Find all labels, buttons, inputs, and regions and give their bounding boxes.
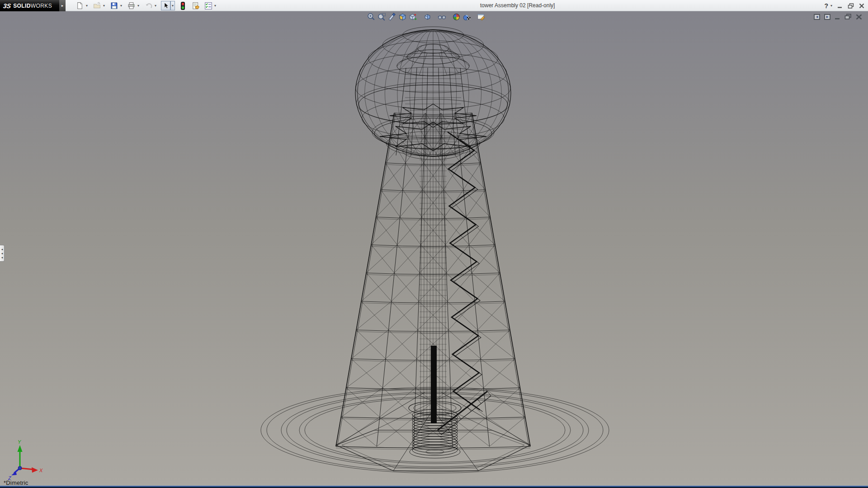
close-icon bbox=[859, 3, 864, 9]
apply-scene-button[interactable] bbox=[462, 12, 472, 22]
zoom-to-area-icon bbox=[377, 13, 386, 21]
rebuild-button[interactable] bbox=[178, 1, 188, 10]
select-cursor-icon bbox=[162, 2, 170, 9]
doc-restore-button[interactable] bbox=[844, 14, 852, 20]
edit-appearance-icon bbox=[452, 13, 461, 21]
view-settings-button[interactable] bbox=[476, 12, 486, 22]
previous-window-button[interactable]: ◀ bbox=[814, 14, 820, 20]
options-icon bbox=[204, 2, 212, 10]
file-properties-button[interactable] bbox=[191, 1, 200, 10]
options-dropdown[interactable]: ▾ bbox=[213, 1, 217, 10]
view-orientation-button[interactable] bbox=[397, 12, 408, 22]
doc-minimize-button[interactable] bbox=[835, 14, 840, 20]
help-dropdown[interactable]: ▾ bbox=[830, 4, 832, 8]
collapse-arrow-icon: ◂ bbox=[1, 255, 3, 259]
display-style-button[interactable] bbox=[422, 12, 433, 22]
brand-name-works: WORKS bbox=[31, 3, 52, 9]
model-wireframe-tower bbox=[0, 11, 868, 488]
undo-button[interactable] bbox=[144, 1, 153, 10]
collapse-arrow-icon: ◂ bbox=[1, 251, 3, 255]
window-title: tower Assembly 02 [Read-only] bbox=[480, 0, 555, 11]
next-window-button[interactable]: ▶ bbox=[824, 14, 830, 20]
file-properties-icon bbox=[192, 2, 200, 10]
hide-show-items-glasses-icon bbox=[438, 13, 446, 21]
new-document-dropdown[interactable]: ▾ bbox=[85, 1, 89, 10]
edit-appearance-button[interactable] bbox=[451, 12, 462, 22]
options-button[interactable] bbox=[203, 1, 213, 10]
feature-panel-collapse-tab[interactable]: ◂ ◂ ◂ bbox=[0, 245, 5, 262]
orientation-triad: Y X Z bbox=[7, 439, 45, 481]
collapse-arrow-icon: ◂ bbox=[1, 247, 3, 251]
section-view-button[interactable] bbox=[387, 12, 397, 22]
undo-dropdown[interactable]: ▾ bbox=[153, 1, 158, 10]
close-button[interactable] bbox=[859, 3, 864, 9]
minimize-icon bbox=[837, 3, 843, 9]
triad-x-label: X bbox=[39, 468, 43, 473]
zoom-to-fit-button[interactable] bbox=[366, 12, 377, 22]
taskbar-edge bbox=[0, 486, 868, 488]
print-button[interactable] bbox=[127, 1, 136, 10]
open-button[interactable] bbox=[92, 1, 102, 10]
new-document-icon bbox=[76, 2, 84, 9]
print-icon bbox=[127, 2, 135, 9]
document-window-controls: ◀ ▶ bbox=[814, 14, 862, 20]
title-bar: 3S SOLIDWORKS ▸ ▾ ▾ ▾ bbox=[0, 0, 868, 11]
triad-y-label: Y bbox=[18, 439, 21, 445]
standard-views-icon bbox=[409, 13, 417, 21]
save-icon bbox=[110, 2, 118, 9]
doc-close-button[interactable] bbox=[856, 14, 862, 20]
apply-scene-icon bbox=[462, 13, 471, 21]
zoom-to-fit-icon bbox=[367, 13, 376, 21]
solidworks-logo: 3S SOLIDWORKS bbox=[0, 0, 59, 11]
view-settings-icon bbox=[477, 13, 486, 21]
save-dropdown[interactable]: ▾ bbox=[119, 1, 123, 10]
rebuild-traffic-light-icon bbox=[179, 2, 186, 10]
save-button[interactable] bbox=[109, 1, 119, 10]
hide-show-items-button[interactable] bbox=[437, 12, 447, 22]
main-toolbar: ▾ ▾ ▾ ▾ bbox=[75, 0, 217, 11]
select-dropdown[interactable]: ▾ bbox=[170, 1, 175, 10]
open-icon bbox=[93, 2, 101, 9]
zoom-to-area-button[interactable] bbox=[377, 12, 387, 22]
print-dropdown[interactable]: ▾ bbox=[136, 1, 141, 10]
brand-name-solid: SOLID bbox=[13, 3, 31, 9]
minimize-button[interactable] bbox=[837, 3, 843, 9]
doc-close-icon bbox=[856, 14, 862, 20]
view-orientation-icon bbox=[398, 13, 407, 21]
undo-icon bbox=[145, 2, 153, 10]
open-dropdown[interactable]: ▾ bbox=[102, 1, 106, 10]
dassault-logo-mark: 3S bbox=[3, 2, 11, 9]
section-view-icon bbox=[388, 13, 396, 21]
restore-icon bbox=[848, 3, 854, 9]
doc-restore-icon bbox=[844, 14, 852, 20]
view-orientation-label: *Dimetric bbox=[4, 479, 28, 486]
menu-flyout-arrow[interactable]: ▸ bbox=[59, 0, 66, 11]
doc-minimize-icon bbox=[835, 14, 840, 20]
titlebar-window-controls: ? ▾ bbox=[824, 0, 864, 11]
restore-button[interactable] bbox=[848, 3, 854, 9]
standard-views-button[interactable] bbox=[408, 12, 418, 22]
help-button[interactable]: ? bbox=[824, 2, 828, 9]
graphics-area[interactable]: ◀ ▶ ◂ ◂ ◂ Y X Z *Dimetric bbox=[0, 11, 868, 488]
select-button[interactable] bbox=[161, 1, 170, 10]
new-document-button[interactable] bbox=[75, 1, 85, 10]
heads-up-toolbar bbox=[366, 12, 486, 22]
display-style-icon bbox=[423, 13, 432, 21]
